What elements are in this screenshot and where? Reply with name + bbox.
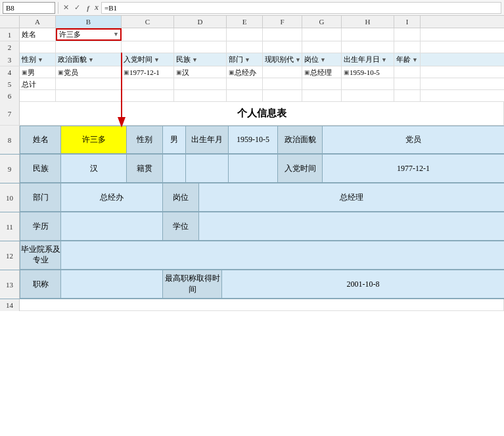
info-value-position[interactable]: 总经理	[199, 183, 504, 211]
cell-g3[interactable]: 岗位▼	[302, 53, 342, 66]
cell-c6[interactable]	[122, 90, 174, 102]
sheet-row-6: 6	[0, 90, 504, 102]
cell-b6[interactable]	[56, 90, 122, 102]
cell-b3[interactable]: 政治面貌▼	[56, 53, 122, 66]
sheet-row-9: 9 民族 汉 籍贯 入党时间 1977-12-1	[0, 155, 504, 183]
info-value-ethnicity[interactable]: 汉	[61, 155, 127, 182]
cell-d6[interactable]	[174, 90, 227, 102]
cell-c5[interactable]	[122, 78, 174, 90]
cancel-icon[interactable]: ✕	[61, 3, 70, 12]
cell-h2[interactable]	[342, 41, 394, 53]
info-label-gender: 性别	[127, 126, 163, 153]
info-value-political[interactable]: 党员	[323, 126, 504, 153]
cell-a3[interactable]: 性别▼	[20, 53, 56, 66]
info-cell-empty-9b	[229, 155, 278, 182]
cell-e5[interactable]	[227, 78, 263, 90]
cell-c4[interactable]: ▣1977-12-1	[122, 66, 174, 78]
cell-g6[interactable]	[302, 90, 342, 102]
cell-a1[interactable]: 姓名	[20, 28, 56, 41]
cell-i1[interactable]	[394, 28, 421, 41]
cell-e1[interactable]	[227, 28, 263, 41]
info-value-school[interactable]	[61, 241, 504, 269]
row-num-13: 13	[0, 270, 20, 299]
cell-reference-box[interactable]: B8	[3, 2, 55, 14]
formula-input[interactable]: =B1	[101, 2, 501, 14]
cell-d3[interactable]: 民族▼	[174, 53, 227, 66]
cell-g4[interactable]: ▣总经理	[302, 66, 342, 78]
info-value-name[interactable]: 许三多	[61, 126, 127, 153]
info-value-gender[interactable]: 男	[163, 126, 186, 153]
col-header-f[interactable]: F	[263, 16, 302, 28]
cell-c2[interactable]	[122, 41, 174, 53]
sheet-row-10: 10 部门 总经办 岗位 总经理	[0, 183, 504, 212]
cell-a2[interactable]	[20, 41, 56, 53]
cell-e6[interactable]	[227, 90, 263, 102]
cell-b1[interactable]: 许三多 ▼	[56, 28, 122, 41]
cell-d2[interactable]	[174, 41, 227, 53]
info-label-position: 岗位	[163, 183, 199, 211]
cell-f5[interactable]	[263, 78, 302, 90]
cell-d5[interactable]	[174, 78, 227, 90]
cell-h1[interactable]	[342, 28, 394, 41]
cell-b4[interactable]: ▣党员	[56, 66, 122, 78]
cell-f2[interactable]	[263, 41, 302, 53]
info-row-12: 毕业院系及专业	[20, 241, 504, 270]
cell-i3[interactable]: 年龄▼	[394, 53, 421, 66]
cell-c3[interactable]: 入党时间▼	[122, 53, 174, 66]
info-value-party-date[interactable]: 1977-12-1	[323, 155, 504, 182]
cell-g5[interactable]	[302, 78, 342, 90]
col-header-c[interactable]: C	[122, 16, 174, 28]
formula-bar-separator	[58, 2, 58, 14]
cell-h3[interactable]: 出生年月日▼	[342, 53, 394, 66]
col-header-i[interactable]: I	[394, 16, 421, 28]
cell-h5[interactable]	[342, 78, 394, 90]
sheet-row-4: 4 ▣男 ▣党员 ▣1977-12-1 ▣汉 ▣总经办 ▣总经理 ▣1959-1…	[0, 66, 504, 78]
cell-f3[interactable]: 现职别代▼	[263, 53, 302, 66]
row-num-6: 6	[0, 90, 20, 102]
cell-e2[interactable]	[227, 41, 263, 53]
cell-d4[interactable]: ▣汉	[174, 66, 227, 78]
info-row-13: 职称 最高职称取得时间 2001-10-8	[20, 270, 504, 299]
cell-g2[interactable]	[302, 41, 342, 53]
cell-e4[interactable]: ▣总经办	[227, 66, 263, 78]
function-icon[interactable]: f	[83, 3, 93, 12]
row-num-9: 9	[0, 155, 20, 183]
info-value-education[interactable]	[61, 212, 163, 240]
row-num-2: 2	[0, 41, 20, 53]
cell-a5[interactable]: 总计	[20, 78, 56, 90]
col-header-a[interactable]: A	[20, 16, 56, 28]
cell-i6[interactable]	[394, 90, 421, 102]
info-value-hometown[interactable]	[163, 155, 186, 182]
cell-b2[interactable]	[56, 41, 122, 53]
cell-row14[interactable]	[20, 299, 504, 311]
confirm-icon[interactable]: ✓	[72, 3, 81, 12]
info-value-title[interactable]	[61, 270, 163, 298]
cell-g1[interactable]	[302, 28, 342, 41]
cell-i4[interactable]	[394, 66, 421, 78]
cell-f6[interactable]	[263, 90, 302, 102]
col-header-h[interactable]: H	[342, 16, 394, 28]
sheet-row-5: 5 总计	[0, 78, 504, 90]
cell-a6[interactable]	[20, 90, 56, 102]
info-value-degree[interactable]	[199, 212, 504, 240]
cell-b5[interactable]	[56, 78, 122, 90]
cell-h6[interactable]	[342, 90, 394, 102]
info-value-title-date[interactable]: 2001-10-8	[222, 270, 504, 298]
cell-d1[interactable]	[174, 28, 227, 41]
cell-e3[interactable]: 部门▼	[227, 53, 263, 66]
cell-f1[interactable]	[263, 28, 302, 41]
col-header-e[interactable]: E	[227, 16, 263, 28]
cell-a4[interactable]: ▣男	[20, 66, 56, 78]
col-header-g[interactable]: G	[302, 16, 342, 28]
info-value-birth[interactable]: 1959-10-5	[229, 126, 278, 153]
col-header-d[interactable]: D	[174, 16, 227, 28]
cell-h4[interactable]: ▣1959-10-5	[342, 66, 394, 78]
cell-c1[interactable]	[122, 28, 174, 41]
info-value-dept[interactable]: 总经办	[61, 183, 163, 211]
cell-f4[interactable]	[263, 66, 302, 78]
row-num-11: 11	[0, 212, 20, 241]
cell-i2[interactable]	[394, 41, 421, 53]
col-header-b[interactable]: B	[56, 16, 122, 28]
cell-i5[interactable]	[394, 78, 421, 90]
formula-text: =B1	[104, 4, 117, 12]
